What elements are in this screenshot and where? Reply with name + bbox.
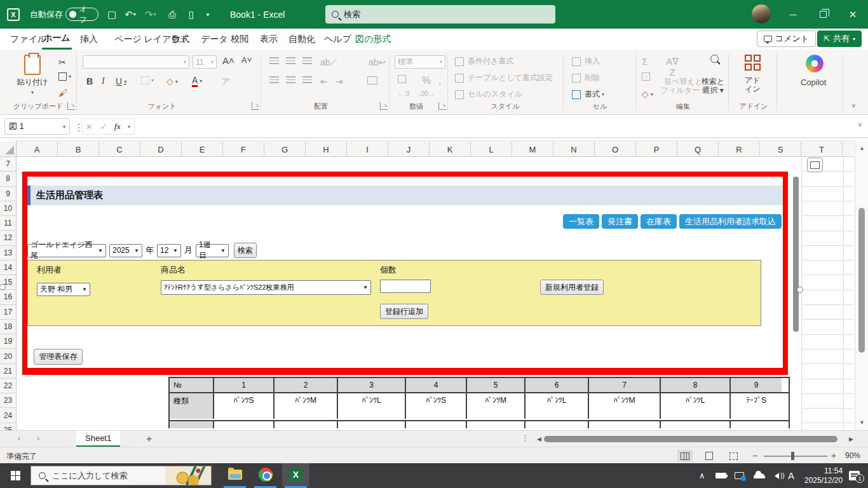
print-preview-icon[interactable]: ⎙	[164, 0, 180, 29]
qty-input[interactable]	[380, 280, 431, 293]
column-header-K[interactable]: K	[430, 142, 471, 157]
addins-button[interactable]: アドイン	[745, 76, 761, 94]
prev-sheet-icon[interactable]: ‹	[18, 433, 20, 443]
increase-decimal-icon[interactable]: ←.0	[398, 90, 409, 97]
taskbar-search[interactable]: ここに入力して検索	[31, 466, 212, 485]
row-header-19[interactable]: 19	[0, 334, 17, 349]
tab-自動化[interactable]: 自動化	[287, 29, 316, 50]
new-document-icon[interactable]: ▯	[183, 0, 200, 29]
search-box[interactable]: 検索	[325, 5, 555, 24]
fill-color-icon[interactable]: ◇▾	[166, 76, 178, 86]
webpage-scrollbar[interactable]	[793, 177, 799, 332]
ime-mode-indicator[interactable]: A	[788, 463, 794, 488]
column-header-S[interactable]: S	[760, 142, 801, 157]
align-middle-icon[interactable]	[286, 57, 295, 64]
column-header-Q[interactable]: Q	[677, 142, 719, 157]
fill-icon[interactable]: ↓▾	[642, 72, 654, 81]
zoom-slider-track[interactable]	[764, 456, 827, 457]
cells-item-1[interactable]: 挿入 ▾	[572, 56, 604, 67]
user-select[interactable]: 天野 和男▼	[37, 283, 90, 296]
cancel-entry-icon[interactable]: ✕	[86, 122, 93, 132]
zoom-in-icon[interactable]: +	[831, 451, 836, 461]
row-header-13[interactable]: 13	[0, 246, 17, 261]
horizontal-scroll-thumb[interactable]	[544, 436, 837, 442]
column-header-F[interactable]: F	[223, 142, 264, 157]
scroll-down-icon[interactable]: ▼	[855, 419, 868, 426]
comma-icon[interactable]: ,	[438, 75, 441, 86]
notification-icon[interactable]: 1	[849, 463, 860, 488]
form-search-button[interactable]: 検索	[234, 243, 257, 258]
year-select[interactable]: 2025▼	[109, 244, 142, 257]
file-explorer-icon[interactable]	[221, 463, 248, 486]
tray-expand-icon[interactable]: ∧	[699, 463, 705, 488]
increase-indent-icon[interactable]: ⇥	[336, 76, 343, 86]
qat-customize-icon[interactable]: ▾	[200, 0, 216, 29]
select-all-corner[interactable]	[0, 141, 17, 157]
column-header-B[interactable]: B	[58, 142, 99, 157]
styles-item-1[interactable]: 条件付き書式 ▾	[455, 56, 518, 67]
column-header-G[interactable]: G	[264, 142, 306, 157]
increase-font-icon[interactable]: A˄	[222, 55, 234, 66]
column-header-P[interactable]: P	[636, 142, 677, 157]
tab-挿入[interactable]: 挿入	[79, 29, 99, 50]
decrease-font-icon[interactable]: A˅	[241, 55, 252, 65]
sort-filter-label[interactable]: 並べ替えとフィルター ▾	[661, 78, 705, 95]
row-header-11[interactable]: 11	[0, 216, 17, 231]
facility-select[interactable]: ゴールドエイジ西尾▼	[27, 244, 106, 257]
tab-ホーム[interactable]: ホーム	[42, 29, 72, 50]
nav-button-4[interactable]: 生活用品利用者請求取込	[679, 214, 782, 229]
font-color-icon[interactable]: A▾	[192, 75, 202, 87]
column-header-L[interactable]: L	[471, 142, 512, 157]
clock[interactable]: 11:542025/12/20	[804, 463, 843, 488]
row-header-9[interactable]: 9	[0, 187, 17, 201]
column-header-T[interactable]: T	[801, 142, 843, 157]
hscroll-right-icon[interactable]: ▶	[849, 436, 853, 442]
comments-button[interactable]: コメント	[757, 30, 816, 47]
sort-filter-icon[interactable]: A∇Z	[666, 56, 679, 78]
vertical-scrollbar[interactable]: ▲ ▼	[855, 141, 868, 430]
undo-icon[interactable]: ↶▾	[122, 0, 139, 29]
tab-校閲[interactable]: 校閲	[229, 29, 250, 50]
battery-icon[interactable]	[715, 463, 726, 488]
number-format-combo[interactable]: 標準▾	[395, 55, 445, 69]
percent-icon[interactable]: %	[422, 75, 431, 86]
row-header-16[interactable]: 16	[0, 290, 17, 304]
italic-icon[interactable]: I	[102, 76, 105, 86]
tab-図の形式[interactable]: 図の形式	[354, 29, 392, 50]
tab-データ[interactable]: データ	[200, 29, 229, 50]
row-header-8[interactable]: 8	[0, 172, 17, 186]
column-header-R[interactable]: R	[719, 142, 760, 157]
row-header-21[interactable]: 21	[0, 364, 17, 379]
add-row-button[interactable]: 登録行追加	[380, 304, 428, 319]
wrap-text-icon[interactable]: ab↩	[369, 57, 386, 67]
addins-icon[interactable]	[745, 55, 761, 71]
styles-item-3[interactable]: セルのスタイル ▾	[455, 89, 527, 100]
add-sheet-button[interactable]: +	[146, 433, 152, 445]
row-header-23[interactable]: 23	[0, 393, 17, 408]
autosum-icon[interactable]: Σ▾	[642, 56, 652, 67]
orientation-icon[interactable]: ab⟋▾	[320, 57, 341, 68]
column-header-E[interactable]: E	[182, 142, 223, 157]
row-header-12[interactable]: 12	[0, 231, 17, 245]
underline-icon[interactable]: U▾	[116, 76, 126, 86]
tab-表示[interactable]: 表示	[259, 29, 279, 50]
zoom-out-icon[interactable]: −	[752, 451, 757, 461]
nav-button-2[interactable]: 発注書	[602, 214, 638, 229]
zoom-level[interactable]: 90%	[845, 451, 860, 460]
row-header-17[interactable]: 17	[0, 305, 17, 320]
page-layout-view-icon[interactable]	[702, 450, 717, 462]
avatar[interactable]	[752, 4, 771, 24]
merge-center-icon[interactable]: ▾	[367, 76, 382, 85]
tab-ヘルプ[interactable]: ヘルプ	[323, 29, 353, 50]
confirm-entry-icon[interactable]: ✓	[100, 122, 107, 132]
page-break-view-icon[interactable]	[726, 450, 741, 462]
restore-button[interactable]	[808, 0, 837, 29]
tab-数式[interactable]: 数式	[170, 29, 191, 50]
minimize-button[interactable]: ─	[778, 0, 808, 29]
save-icon[interactable]: ▢	[104, 0, 120, 29]
column-header-I[interactable]: I	[347, 142, 388, 157]
hscroll-left-icon[interactable]: ◀	[537, 436, 541, 442]
row-header-22[interactable]: 22	[0, 379, 17, 393]
month-select[interactable]: 12▼	[157, 244, 181, 257]
font-size-combo[interactable]: 11▾	[193, 55, 217, 69]
